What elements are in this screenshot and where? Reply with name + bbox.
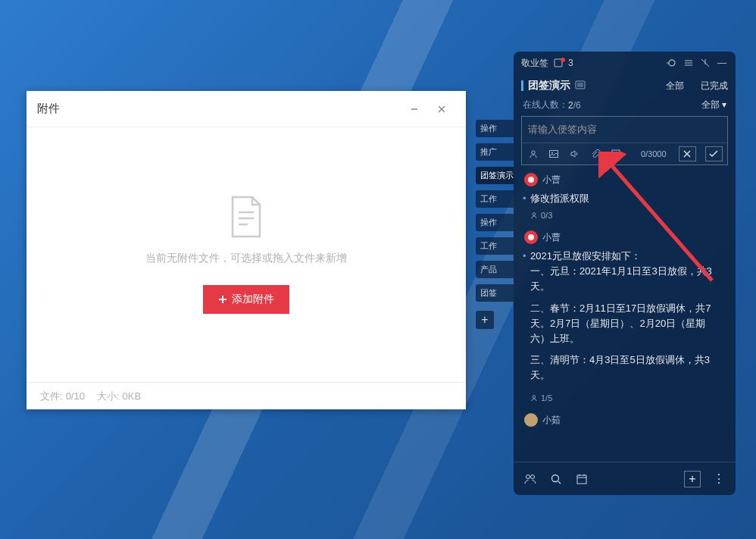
avatar	[524, 230, 538, 244]
menu-icon[interactable]	[683, 57, 695, 69]
filter-all-dropdown[interactable]: 全部 ▾	[701, 99, 726, 111]
svg-point-28	[526, 475, 530, 478]
app-name: 敬业签	[521, 57, 548, 70]
avatar	[524, 413, 538, 427]
svg-point-20	[551, 152, 553, 154]
side-tab[interactable]: 团签	[476, 284, 514, 302]
confirm-button[interactable]	[705, 146, 723, 161]
svg-point-24	[528, 177, 534, 183]
close-button[interactable]	[428, 99, 455, 120]
composer-toolbar: 0/3000	[522, 143, 727, 165]
svg-point-30	[552, 475, 559, 481]
filter-all[interactable]: 全部	[666, 80, 684, 92]
accent-bar	[521, 80, 523, 91]
notification-button[interactable]	[553, 58, 564, 68]
add-attachment-button[interactable]: 添加附件	[203, 285, 289, 314]
panel-titlebar: 敬业签 3 —	[514, 52, 736, 74]
calendar-icon[interactable]	[574, 472, 589, 487]
person-icon	[530, 212, 538, 219]
side-tabs: 操作 推广 团签演示 工作 操作 工作 产品 团签 +	[476, 120, 514, 329]
plus-icon	[218, 295, 227, 304]
sync-icon[interactable]	[666, 57, 678, 69]
attachment-footer: 文件: 0/10 大小: 0KB	[27, 382, 466, 409]
new-note-button[interactable]: +	[684, 471, 701, 487]
group-header: 团签演示 全部 已完成	[514, 74, 736, 97]
svg-point-27	[533, 396, 536, 399]
note-meta: 1/5	[514, 392, 736, 409]
side-tab-active[interactable]: 团签演示	[476, 167, 514, 184]
side-tab[interactable]: 推广	[476, 143, 514, 161]
image-icon[interactable]	[547, 147, 560, 161]
svg-point-29	[531, 475, 535, 478]
svg-rect-32	[577, 475, 586, 484]
minimize-button[interactable]	[401, 99, 428, 120]
panel-minimize-icon[interactable]: —	[716, 57, 728, 69]
side-tab[interactable]: 产品	[476, 261, 514, 278]
group-title: 团签演示	[528, 79, 570, 92]
more-icon[interactable]: ⋮	[711, 472, 726, 487]
note-meta: 0/3	[514, 209, 736, 226]
note-author: 小曹	[514, 226, 736, 246]
side-tab[interactable]: 工作	[476, 190, 514, 208]
add-tab-button[interactable]: +	[476, 311, 494, 329]
notification-dot	[561, 58, 565, 62]
attachment-titlebar: 附件	[27, 91, 466, 127]
cancel-button[interactable]	[679, 146, 696, 161]
side-tab[interactable]: 操作	[476, 120, 514, 137]
attachment-body: 当前无附件文件，可选择或拖入文件来新增 添加附件	[27, 127, 466, 382]
notes-panel: 敬业签 3 — 团签演示 全部 已完成 在线人数： 2 /6 全部 ▾ 请输入便…	[514, 52, 736, 495]
svg-point-18	[531, 151, 534, 154]
svg-point-26	[528, 234, 534, 240]
online-row: 在线人数： 2 /6 全部 ▾	[514, 97, 736, 116]
audio-icon[interactable]	[568, 147, 581, 161]
side-tab[interactable]: 工作	[476, 237, 514, 255]
document-icon	[228, 196, 264, 238]
list-icon[interactable]	[575, 80, 586, 92]
svg-line-31	[558, 481, 561, 484]
avatar	[524, 173, 538, 186]
svg-rect-21	[612, 150, 620, 158]
note-author: 小曹	[514, 168, 736, 188]
panel-bottom-bar: + ⋮	[514, 462, 736, 495]
notification-count: 3	[568, 58, 573, 68]
note-input[interactable]: 请输入便签内容	[522, 117, 727, 143]
assign-icon[interactable]	[526, 147, 539, 161]
svg-point-25	[533, 213, 536, 216]
empty-state-text: 当前无附件文件，可选择或拖入文件来新增	[145, 252, 347, 265]
side-tab[interactable]: 操作	[476, 214, 514, 231]
pin-icon[interactable]	[699, 57, 711, 69]
note-author: 小茹	[514, 409, 736, 428]
person-icon	[530, 394, 538, 402]
attachment-title: 附件	[37, 102, 401, 116]
note-item[interactable]: 修改指派权限	[514, 188, 736, 209]
search-icon[interactable]	[548, 472, 564, 487]
char-counter: 0/3000	[638, 149, 670, 158]
attachment-window: 附件 当前无附件文件，可选择或拖入文件来新增 添加附件 文件: 0/10 大小:…	[27, 91, 466, 409]
note-item[interactable]: 2021元旦放假安排如下： 一、元旦：2021年1月1日至3日放假，共3天。 二…	[514, 246, 736, 392]
note-composer: 请输入便签内容 0/3000	[521, 116, 728, 165]
members-icon[interactable]	[523, 472, 538, 487]
attachment-icon[interactable]	[589, 147, 601, 161]
color-icon[interactable]	[610, 147, 623, 161]
filter-done[interactable]: 已完成	[701, 80, 728, 92]
notes-list: 小曹 修改指派权限 0/3 小曹 2021元旦放假安排如下： 一、元旦：2021…	[514, 165, 736, 462]
